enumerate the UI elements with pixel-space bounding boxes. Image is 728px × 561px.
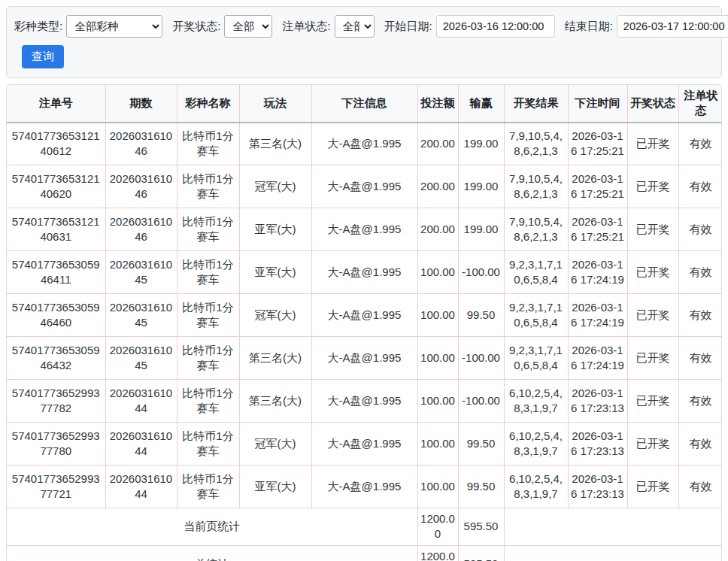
cell-draw-result: 9,2,3,1,7,10,6,5,8,4 — [504, 337, 568, 380]
cell-draw-status: 已开奖 — [627, 465, 678, 508]
summary-row: 总统计1200.00595.50 — [7, 545, 722, 561]
cell-play-type: 第三名(大) — [239, 337, 311, 380]
cell-draw-result: 9,2,3,1,7,10,6,5,8,4 — [504, 251, 568, 294]
cell-bet-info: 大-A盘@1.995 — [311, 208, 417, 251]
cell-order-id: 5740177365299377780 — [7, 423, 105, 465]
column-header-order-status: 注单状态 — [678, 85, 722, 123]
cell-period: 202603161046 — [105, 123, 177, 165]
cell-bet-amount: 200.00 — [417, 123, 458, 165]
cell-order-status: 有效 — [678, 380, 722, 423]
summary-bet-total: 1200.00 — [417, 508, 458, 546]
cell-win-loss: -100.00 — [458, 380, 504, 423]
cell-bet-amount: 100.00 — [417, 251, 458, 294]
cell-draw-status: 已开奖 — [627, 165, 678, 208]
table-row: 5740177365312140612202603161046比特币1分赛车第三… — [7, 123, 722, 165]
table-row: 5740177365312140631202603161046比特币1分赛车亚军… — [7, 208, 722, 251]
column-header-period: 期数 — [105, 85, 177, 123]
summary-blank — [504, 508, 722, 546]
cell-draw-result: 7,9,10,5,4,8,6,2,1,3 — [504, 165, 568, 208]
cell-lottery-name: 比特币1分赛车 — [177, 423, 239, 465]
cell-period: 202603161046 — [105, 165, 177, 208]
summary-bet-total: 1200.00 — [417, 545, 458, 561]
cell-period: 202603161045 — [105, 251, 177, 294]
column-header-lottery-name: 彩种名称 — [177, 85, 239, 123]
summary-blank — [504, 545, 722, 561]
cell-order-status: 有效 — [678, 251, 722, 294]
cell-play-type: 第三名(大) — [239, 123, 311, 165]
lottery-type-label: 彩种类型: — [14, 20, 62, 34]
draw-status-label: 开奖状态: — [172, 20, 220, 34]
column-header-draw-status: 开奖状态 — [627, 85, 678, 123]
draw-status-group: 开奖状态: 全部 — [172, 15, 272, 38]
cell-bet-amount: 100.00 — [417, 423, 458, 465]
cell-bet-amount: 100.00 — [417, 380, 458, 423]
cell-bet-time: 2026-03-16 17:23:13 — [568, 380, 627, 423]
query-button[interactable]: 查询 — [22, 45, 64, 68]
cell-bet-time: 2026-03-16 17:25:21 — [568, 165, 627, 208]
table-summary: 当前页统计1200.00595.50总统计1200.00595.50 — [7, 508, 722, 561]
order-status-group: 注单状态: 全部 — [282, 15, 374, 38]
cell-draw-status: 已开奖 — [627, 294, 678, 337]
cell-bet-info: 大-A盘@1.995 — [311, 165, 417, 208]
cell-order-id: 5740177365305946432 — [7, 337, 105, 380]
end-date-label: 结束日期: — [565, 20, 613, 34]
cell-order-status: 有效 — [678, 165, 722, 208]
cell-play-type: 亚军(大) — [239, 465, 311, 508]
end-date-input[interactable] — [617, 15, 728, 38]
table-row: 5740177365312140620202603161046比特币1分赛车冠军… — [7, 165, 722, 208]
table-row: 5740177365305946411202603161045比特币1分赛车亚军… — [7, 251, 722, 294]
cell-draw-status: 已开奖 — [627, 208, 678, 251]
cell-bet-info: 大-A盘@1.995 — [311, 380, 417, 423]
table-header: 注单号期数彩种名称玩法下注信息投注额输赢开奖结果下注时间开奖状态注单状态 — [7, 85, 722, 123]
cell-lottery-name: 比特币1分赛车 — [177, 208, 239, 251]
draw-status-select[interactable]: 全部 — [224, 15, 272, 38]
cell-win-loss: 199.00 — [458, 123, 504, 165]
cell-period: 202603161044 — [105, 380, 177, 423]
column-header-order-id: 注单号 — [7, 85, 105, 123]
cell-draw-result: 7,9,10,5,4,8,6,2,1,3 — [504, 208, 568, 251]
cell-bet-time: 2026-03-16 17:23:13 — [568, 423, 627, 465]
cell-draw-result: 9,2,3,1,7,10,6,5,8,4 — [504, 294, 568, 337]
summary-label: 当前页统计 — [7, 508, 417, 546]
cell-bet-amount: 100.00 — [417, 294, 458, 337]
cell-bet-time: 2026-03-16 17:25:21 — [568, 123, 627, 165]
order-status-label: 注单状态: — [282, 20, 330, 34]
cell-bet-info: 大-A盘@1.995 — [311, 423, 417, 465]
cell-win-loss: -100.00 — [458, 251, 504, 294]
cell-draw-result: 6,10,2,5,4,8,3,1,9,7 — [504, 465, 568, 508]
table-row: 5740177365299377721202603161044比特币1分赛车亚军… — [7, 465, 722, 508]
cell-lottery-name: 比特币1分赛车 — [177, 123, 239, 165]
order-status-select[interactable]: 全部 — [335, 15, 375, 38]
cell-play-type: 亚军(大) — [239, 251, 311, 294]
summary-label: 总统计 — [7, 545, 417, 561]
cell-play-type: 冠军(大) — [239, 294, 311, 337]
summary-win-loss-total: 595.50 — [458, 545, 504, 561]
table-row: 5740177365305946460202603161045比特币1分赛车冠军… — [7, 294, 722, 337]
cell-play-type: 冠军(大) — [239, 165, 311, 208]
cell-order-id: 5740177365305946460 — [7, 294, 105, 337]
bet-records-table: 注单号期数彩种名称玩法下注信息投注额输赢开奖结果下注时间开奖状态注单状态 574… — [7, 85, 722, 561]
cell-play-type: 冠军(大) — [239, 423, 311, 465]
column-header-win-loss: 输赢 — [458, 85, 504, 123]
column-header-bet-info: 下注信息 — [311, 85, 417, 123]
table-row: 5740177365305946432202603161045比特币1分赛车第三… — [7, 337, 722, 380]
cell-lottery-name: 比特币1分赛车 — [177, 337, 239, 380]
cell-bet-time: 2026-03-16 17:25:21 — [568, 208, 627, 251]
cell-draw-status: 已开奖 — [627, 123, 678, 165]
cell-bet-time: 2026-03-16 17:23:13 — [568, 465, 627, 508]
lottery-type-select[interactable]: 全部彩种 — [66, 15, 162, 38]
cell-bet-time: 2026-03-16 17:24:19 — [568, 294, 627, 337]
cell-lottery-name: 比特币1分赛车 — [177, 165, 239, 208]
cell-play-type: 亚军(大) — [239, 208, 311, 251]
start-date-input[interactable] — [436, 15, 555, 38]
cell-win-loss: 99.50 — [458, 465, 504, 508]
column-header-bet-amount: 投注额 — [417, 85, 458, 123]
table-row: 5740177365299377782202603161044比特币1分赛车第三… — [7, 380, 722, 423]
cell-lottery-name: 比特币1分赛车 — [177, 294, 239, 337]
cell-draw-status: 已开奖 — [627, 380, 678, 423]
cell-lottery-name: 比特币1分赛车 — [177, 380, 239, 423]
cell-order-id: 5740177365312140612 — [7, 123, 105, 165]
cell-order-id: 5740177365312140631 — [7, 208, 105, 251]
table-header-row: 注单号期数彩种名称玩法下注信息投注额输赢开奖结果下注时间开奖状态注单状态 — [7, 85, 722, 123]
cell-lottery-name: 比特币1分赛车 — [177, 251, 239, 294]
